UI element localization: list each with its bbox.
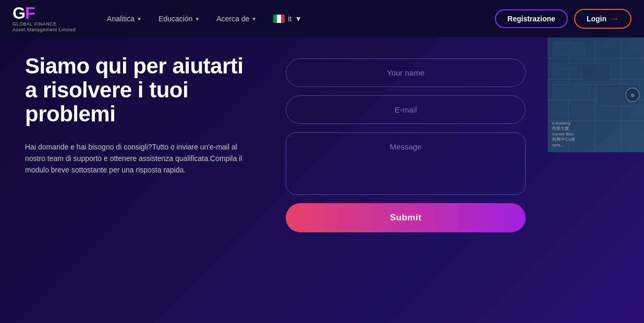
map-label-1: k Building bbox=[552, 121, 640, 126]
hero-headline: Siamo qui per aiutarti a risolvere i tuo… bbox=[25, 54, 261, 127]
main-content: Siamo qui per aiutarti a risolvere i tuo… bbox=[0, 38, 644, 323]
login-button[interactable]: Login → bbox=[574, 9, 631, 29]
message-input[interactable] bbox=[286, 132, 526, 195]
nav-educacion-chevron: ▼ bbox=[195, 16, 200, 22]
left-panel: Siamo qui per aiutarti a risolvere i tuo… bbox=[25, 54, 286, 176]
nav-acerca[interactable]: Acerca de ▼ bbox=[210, 10, 263, 27]
hero-description: Hai domande e hai bisogno di consigli?Tu… bbox=[25, 141, 244, 176]
nav-lang-chevron: ▼ bbox=[295, 15, 302, 23]
svg-rect-8 bbox=[553, 64, 577, 74]
logo-f: F bbox=[25, 4, 35, 22]
logo-sub1: GLOBAL FINANCE bbox=[13, 21, 76, 27]
name-input[interactable] bbox=[286, 58, 526, 87]
svg-rect-7 bbox=[553, 43, 585, 56]
login-label: Login bbox=[587, 15, 606, 23]
email-input[interactable] bbox=[286, 95, 526, 124]
map-label-2: 商業大廈 bbox=[552, 126, 640, 131]
contact-form: Submit bbox=[286, 54, 526, 232]
svg-rect-10 bbox=[553, 84, 590, 100]
nav-lang-code: it bbox=[288, 15, 291, 23]
nav-educacion[interactable]: Educación ▼ bbox=[152, 10, 206, 27]
register-button[interactable]: Registrazione bbox=[495, 9, 568, 28]
compass-icon: ⊕ bbox=[625, 88, 640, 102]
nav-analitica[interactable]: Analitica ▼ bbox=[101, 10, 148, 27]
nav-analitica-chevron: ▼ bbox=[137, 16, 142, 22]
map-label-5: rpris... bbox=[552, 143, 640, 148]
map-thumbnail: k Building 商業大廈 Centre Bloc 秋興中心1座 rpris… bbox=[548, 38, 644, 152]
login-arrow-icon: → bbox=[611, 14, 619, 23]
nav-educacion-label: Educación bbox=[159, 15, 192, 23]
nav-buttons: Registrazione Login → bbox=[495, 9, 631, 29]
submit-button[interactable]: Submit bbox=[286, 203, 526, 232]
nav-acerca-label: Acerca de bbox=[216, 15, 249, 23]
nav-analitica-label: Analitica bbox=[107, 15, 135, 23]
logo-g: G bbox=[13, 4, 25, 22]
nav-links: Analitica ▼ Educación ▼ Acerca de ▼ it ▼ bbox=[101, 10, 491, 27]
navbar: GF GLOBAL FINANCE Asset Management Limit… bbox=[0, 0, 644, 38]
logo[interactable]: GF GLOBAL FINANCE Asset Management Limit… bbox=[13, 5, 76, 33]
map-label-4: 秋興中心1座 bbox=[552, 137, 640, 142]
flag-italy bbox=[273, 15, 285, 23]
nav-acerca-chevron: ▼ bbox=[251, 16, 257, 22]
map-label-3: Centre Bloc bbox=[552, 132, 640, 137]
nav-language[interactable]: it ▼ bbox=[267, 10, 308, 27]
logo-sub2: Asset Management Limited bbox=[13, 27, 76, 33]
svg-rect-9 bbox=[582, 64, 611, 82]
